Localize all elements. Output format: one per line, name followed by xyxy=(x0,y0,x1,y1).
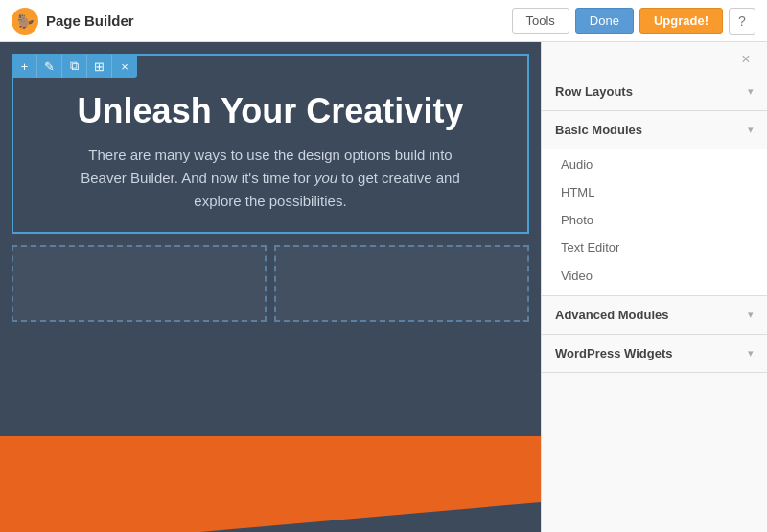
row-layouts-label: Row Layouts xyxy=(555,84,633,99)
topbar-actions: Tools Done Upgrade! ? xyxy=(512,8,756,35)
column-left[interactable] xyxy=(12,245,267,322)
sidebar-section-wordpress-widgets: WordPress Widgets ▾ xyxy=(542,335,767,373)
module-html[interactable]: HTML xyxy=(542,178,767,206)
sidebar-section-advanced-modules: Advanced Modules ▾ xyxy=(542,296,767,335)
sidebar-section-header-advanced-modules[interactable]: Advanced Modules ▾ xyxy=(542,296,767,334)
column-right[interactable] xyxy=(274,245,529,322)
basic-modules-label: Basic Modules xyxy=(555,123,642,137)
basic-modules-chevron: ▾ xyxy=(748,124,754,136)
sidebar: × Row Layouts ▾ Basic Modules ▾ Audio HT… xyxy=(541,42,767,532)
advanced-modules-label: Advanced Modules xyxy=(555,308,668,322)
sidebar-section-basic-modules: Basic Modules ▾ Audio HTML Photo Text Ed… xyxy=(542,111,767,296)
sidebar-close-button[interactable]: × xyxy=(736,50,755,69)
hero-body: There are many ways to use the design op… xyxy=(79,144,462,213)
hero-row: + ✎ ⧉ ⊞ × Unleash Your Creativity There … xyxy=(12,54,529,234)
columns-row xyxy=(12,245,529,322)
basic-modules-list: Audio HTML Photo Text Editor Video xyxy=(542,149,767,295)
sidebar-section-row-layouts: Row Layouts ▾ xyxy=(542,73,767,111)
main-layout: + ✎ ⧉ ⊞ × Unleash Your Creativity There … xyxy=(0,42,767,532)
module-audio[interactable]: Audio xyxy=(542,150,767,178)
module-photo[interactable]: Photo xyxy=(542,206,767,234)
upgrade-button[interactable]: Upgrade! xyxy=(639,8,723,34)
module-video[interactable]: Video xyxy=(542,262,767,289)
help-button[interactable]: ? xyxy=(729,8,755,35)
done-button[interactable]: Done xyxy=(575,8,634,34)
sidebar-section-header-basic-modules[interactable]: Basic Modules ▾ xyxy=(542,111,767,149)
topbar: 🦫 Page Builder Tools Done Upgrade! ? xyxy=(0,0,767,42)
logo-area: 🦫 Page Builder xyxy=(12,8,504,35)
hero-title: Unleash Your Creativity xyxy=(42,92,499,130)
sidebar-close-row: × xyxy=(542,42,767,73)
tools-button[interactable]: Tools xyxy=(512,8,569,34)
module-text-editor[interactable]: Text Editor xyxy=(542,234,767,262)
orange-diagonal-shape xyxy=(0,436,541,532)
sidebar-section-header-row-layouts[interactable]: Row Layouts ▾ xyxy=(542,73,767,110)
row-layouts-chevron: ▾ xyxy=(748,85,754,98)
duplicate-row-button[interactable]: ⧉ xyxy=(62,55,87,78)
wordpress-widgets-label: WordPress Widgets xyxy=(555,346,672,360)
row-toolbar: + ✎ ⧉ ⊞ × xyxy=(12,55,137,78)
wordpress-widgets-chevron: ▾ xyxy=(748,347,754,359)
layout-row-button[interactable]: ⊞ xyxy=(87,55,112,78)
canvas-bottom-decoration xyxy=(0,436,541,532)
add-row-button[interactable]: + xyxy=(12,55,37,78)
sidebar-section-header-wordpress-widgets[interactable]: WordPress Widgets ▾ xyxy=(542,335,767,372)
edit-row-button[interactable]: ✎ xyxy=(37,55,62,78)
delete-row-button[interactable]: × xyxy=(112,55,137,78)
hero-body-em: you xyxy=(314,170,337,186)
canvas: + ✎ ⧉ ⊞ × Unleash Your Creativity There … xyxy=(0,42,541,532)
app-title: Page Builder xyxy=(46,12,134,29)
advanced-modules-chevron: ▾ xyxy=(748,309,754,321)
logo-icon: 🦫 xyxy=(12,8,38,35)
